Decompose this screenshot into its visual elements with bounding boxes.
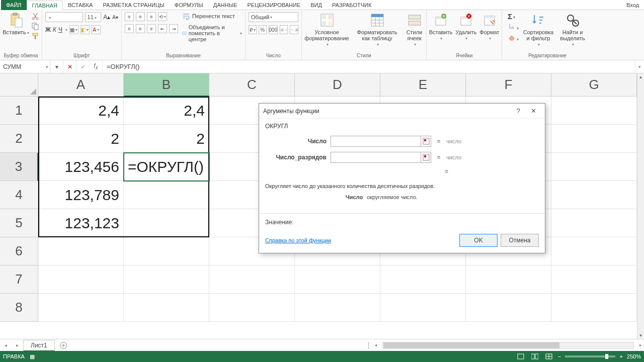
cell[interactable] — [124, 237, 209, 265]
view-page-break-icon[interactable] — [544, 352, 554, 360]
sheet-tab[interactable]: Лист1 — [23, 340, 55, 351]
cancel-button[interactable]: Отмена — [501, 234, 539, 247]
cell[interactable] — [38, 294, 124, 322]
tab-insert[interactable]: ВСТАВКА — [63, 0, 98, 10]
tab-home[interactable]: ГЛАВНАЯ — [27, 1, 63, 11]
clear-button[interactable] — [508, 33, 519, 43]
cell[interactable] — [551, 237, 637, 265]
sign-in[interactable]: Вход — [626, 2, 639, 8]
select-all-button[interactable] — [0, 73, 38, 97]
column-header[interactable]: E — [380, 73, 466, 97]
dialog-help-button[interactable]: ? — [511, 107, 526, 115]
comma-format-icon[interactable]: 000 — [269, 25, 278, 34]
tab-view[interactable]: ВИД — [305, 0, 327, 10]
scroll-up-icon[interactable]: ▲ — [637, 73, 644, 80]
zoom-level[interactable]: 250% — [627, 353, 641, 359]
align-bottom-icon[interactable]: ≡ — [147, 12, 156, 21]
font-family-select[interactable] — [45, 12, 83, 22]
tab-review[interactable]: РЕЦЕНЗИРОВАНИЕ — [242, 0, 305, 10]
cell[interactable]: 2 — [38, 125, 124, 153]
cell[interactable] — [466, 294, 551, 322]
underline-more[interactable] — [64, 26, 67, 33]
scroll-down-icon[interactable]: ▼ — [637, 332, 644, 339]
column-header[interactable]: A — [38, 73, 124, 97]
add-sheet-button[interactable] — [58, 340, 69, 351]
cell[interactable]: =ОКРУГЛ() — [124, 153, 209, 181]
font-size-select[interactable]: 11 — [85, 12, 102, 22]
indent-decrease-icon[interactable]: ⇤ — [158, 24, 167, 33]
macro-record-icon[interactable]: ▦ — [30, 353, 35, 360]
column-header[interactable]: C — [209, 73, 295, 97]
cell[interactable] — [551, 97, 637, 125]
tab-developer[interactable]: РАЗРАБОТЧИК — [327, 0, 376, 10]
cut-icon[interactable] — [31, 12, 39, 20]
italic-button[interactable]: К — [53, 26, 56, 33]
delete-cells-button[interactable]: Удалить — [455, 12, 476, 41]
insert-cells-button[interactable]: Вставить — [429, 12, 453, 41]
cell[interactable]: 2,4 — [124, 97, 209, 125]
row-header[interactable]: 7 — [0, 265, 38, 294]
sheet-nav[interactable]: ◂▸ — [0, 342, 23, 348]
tab-formulas[interactable]: ФОРМУЛЫ — [170, 0, 208, 10]
format-as-table-button[interactable]: Форматировать как таблицу — [357, 12, 397, 47]
fill-color-button[interactable]: ◧ — [80, 25, 90, 34]
zoom-out-button[interactable]: − — [558, 353, 561, 359]
row-header[interactable]: 8 — [0, 294, 38, 322]
vertical-scrollbar[interactable]: ▲ ▼ — [637, 73, 644, 339]
cell[interactable]: 2 — [124, 125, 209, 153]
horizontal-scrollbar[interactable]: ┆ ◂ ▸ — [69, 342, 644, 349]
argument-input-number[interactable] — [331, 136, 421, 147]
zoom-in-button[interactable]: + — [619, 353, 622, 359]
zoom-slider[interactable] — [565, 355, 615, 357]
tab-file[interactable]: ФАЙЛ — [1, 0, 27, 10]
ok-button[interactable]: OK — [459, 234, 498, 247]
view-normal-icon[interactable] — [516, 352, 526, 360]
format-painter-icon[interactable] — [31, 32, 39, 40]
align-middle-icon[interactable]: ≡ — [136, 12, 145, 21]
cell[interactable]: 123,456 — [38, 153, 124, 181]
cell[interactable] — [466, 265, 551, 294]
formula-input[interactable]: =ОКРУГЛ() — [103, 60, 635, 73]
tab-page-layout[interactable]: РАЗМЕТКА СТРАНИЦЫ — [98, 0, 169, 10]
cell[interactable] — [295, 265, 380, 294]
column-header[interactable]: F — [466, 73, 551, 97]
cell[interactable] — [209, 265, 295, 294]
percent-format-icon[interactable]: % — [259, 25, 267, 34]
cell[interactable] — [124, 294, 209, 322]
cell[interactable] — [124, 209, 209, 237]
increase-decimal-icon[interactable]: .0→ — [280, 25, 288, 34]
copy-icon[interactable] — [31, 22, 39, 30]
cell[interactable] — [209, 294, 295, 322]
number-format-select[interactable]: Общий — [249, 12, 298, 22]
cell[interactable] — [38, 237, 124, 265]
cell[interactable] — [380, 265, 466, 294]
row-header[interactable]: 2 — [0, 125, 38, 153]
cancel-formula-button[interactable]: ✕ — [63, 60, 76, 73]
shrink-font-icon[interactable]: A▾ — [112, 15, 118, 20]
name-box[interactable]: СУММ▾ — [0, 60, 50, 73]
cell[interactable] — [551, 153, 637, 181]
bold-button[interactable]: Ж — [45, 26, 51, 33]
align-left-icon[interactable]: ≡ — [125, 24, 134, 33]
accounting-format-icon[interactable]: ₽ — [249, 25, 257, 34]
paste-button[interactable]: Вставить — [3, 12, 29, 35]
row-header[interactable]: 6 — [0, 237, 38, 265]
function-help-link[interactable]: Справка по этой функции — [265, 237, 331, 243]
decrease-decimal-icon[interactable]: ←.0 — [290, 25, 298, 34]
formula-dropdown-icon[interactable]: ▾ — [50, 60, 63, 73]
align-top-icon[interactable]: ≡ — [125, 12, 134, 21]
conditional-formatting-button[interactable]: Условное форматирование — [303, 12, 351, 47]
row-header[interactable]: 4 — [0, 181, 38, 209]
accept-formula-button[interactable]: ✓ — [76, 60, 90, 73]
cell[interactable] — [380, 294, 466, 322]
cell[interactable] — [551, 209, 637, 237]
dialog-close-button[interactable]: ✕ — [526, 107, 541, 115]
autosum-button[interactable]: Σ — [508, 12, 519, 21]
cell[interactable]: 2,4 — [38, 97, 124, 125]
insert-function-button[interactable]: fx — [90, 60, 103, 73]
cell[interactable] — [295, 294, 380, 322]
format-cells-button[interactable]: Формат — [479, 12, 499, 41]
font-color-button[interactable]: A — [92, 25, 101, 34]
cell[interactable] — [124, 181, 209, 209]
cell[interactable] — [551, 294, 637, 322]
